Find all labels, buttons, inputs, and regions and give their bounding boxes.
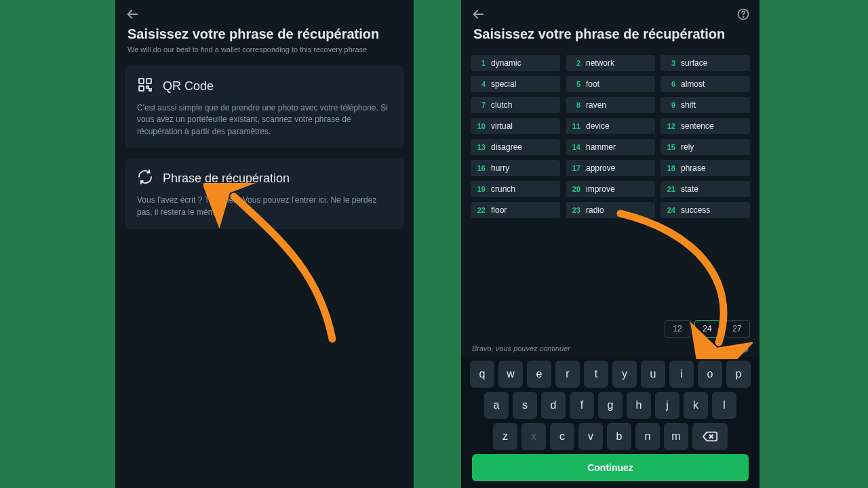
word-index: 6 xyxy=(666,80,675,88)
key-j[interactable]: j xyxy=(655,392,679,419)
key-a[interactable]: a xyxy=(484,392,509,419)
recovery-word[interactable]: 11device xyxy=(566,118,655,134)
key-w[interactable]: w xyxy=(498,361,523,388)
recovery-word[interactable]: 12sentence xyxy=(660,118,750,134)
recovery-word[interactable]: 8raven xyxy=(566,97,655,113)
key-m[interactable]: m xyxy=(664,423,688,450)
key-h[interactable]: h xyxy=(627,392,651,419)
topbar xyxy=(115,0,414,26)
word-text: sentence xyxy=(681,121,714,131)
back-arrow-icon[interactable] xyxy=(471,7,486,22)
word-index: 14 xyxy=(571,143,580,151)
card-recovery-phrase[interactable]: Phrase de récupération Vous l'avez écrit… xyxy=(125,158,404,229)
word-index: 18 xyxy=(666,164,675,172)
word-text: phrase xyxy=(681,163,706,173)
key-v[interactable]: v xyxy=(578,423,603,450)
word-text: raven xyxy=(586,100,606,110)
word-index: 12 xyxy=(666,122,675,130)
backspace-key[interactable] xyxy=(692,423,728,450)
recovery-word[interactable]: 15rely xyxy=(660,139,750,155)
recovery-word[interactable]: 10virtual xyxy=(471,118,560,134)
length-option-27[interactable]: 27 xyxy=(724,320,750,338)
key-c[interactable]: c xyxy=(550,423,574,450)
word-index: 1 xyxy=(476,59,486,67)
word-text: dynamic xyxy=(491,58,521,68)
key-p[interactable]: p xyxy=(726,361,751,388)
recovery-word[interactable]: 7clutch xyxy=(471,97,560,113)
key-r[interactable]: r xyxy=(555,361,580,388)
word-index: 17 xyxy=(571,164,580,172)
recovery-word[interactable]: 22floor xyxy=(471,202,560,218)
word-index: 2 xyxy=(571,59,580,67)
key-k[interactable]: k xyxy=(684,392,708,419)
key-u[interactable]: u xyxy=(641,361,665,388)
recovery-word[interactable]: 5foot xyxy=(566,76,655,92)
key-o[interactable]: o xyxy=(698,361,722,388)
phone-left: Saisissez votre phrase de récupération W… xyxy=(115,0,414,488)
recovery-word[interactable]: 6almost xyxy=(660,76,750,92)
page-title: Saisissez votre phrase de récupération xyxy=(473,26,747,43)
key-l[interactable]: l xyxy=(712,392,736,419)
recovery-word[interactable]: 19crunch xyxy=(471,181,560,197)
status-dot-icon xyxy=(741,344,749,352)
recovery-word[interactable]: 4special xyxy=(471,76,560,92)
word-index: 3 xyxy=(666,59,675,67)
key-x[interactable]: x xyxy=(521,423,546,450)
length-option-12[interactable]: 12 xyxy=(665,320,690,338)
word-text: radio xyxy=(586,205,604,215)
word-text: hammer xyxy=(586,142,616,152)
continue-button[interactable]: Continuez xyxy=(472,454,749,481)
key-z[interactable]: z xyxy=(493,423,517,450)
recovery-word[interactable]: 18phrase xyxy=(660,160,750,176)
card-qr-code[interactable]: QR Code C'est aussi simple que de prendr… xyxy=(125,66,404,148)
word-text: clutch xyxy=(491,100,512,110)
keyboard: qwertyuiop asdfghjkl zxcvbnm Continuez xyxy=(461,357,760,488)
word-text: almost xyxy=(681,79,705,89)
recovery-word[interactable]: 9shift xyxy=(660,97,750,113)
word-text: shift xyxy=(681,100,696,110)
back-arrow-icon[interactable] xyxy=(125,7,140,22)
refresh-key-icon xyxy=(137,169,153,188)
recovery-word[interactable]: 14hammer xyxy=(566,139,655,155)
recovery-word[interactable]: 13disagree xyxy=(471,139,560,155)
recovery-word[interactable]: 1dynamic xyxy=(471,55,560,71)
recovery-word[interactable]: 17approve xyxy=(566,160,655,176)
svg-rect-3 xyxy=(139,86,144,91)
word-text: disagree xyxy=(491,142,522,152)
key-y[interactable]: y xyxy=(612,361,637,388)
key-n[interactable]: n xyxy=(635,423,660,450)
recovery-word[interactable]: 24success xyxy=(660,202,750,218)
key-d[interactable]: d xyxy=(541,392,566,419)
key-f[interactable]: f xyxy=(570,392,594,419)
word-text: state xyxy=(681,184,698,194)
key-s[interactable]: s xyxy=(513,392,537,419)
word-index: 16 xyxy=(476,164,486,172)
key-b[interactable]: b xyxy=(607,423,631,450)
recovery-word[interactable]: 3surface xyxy=(660,55,750,71)
length-option-24[interactable]: 24 xyxy=(694,320,720,338)
word-index: 15 xyxy=(666,143,675,151)
key-i[interactable]: i xyxy=(669,361,694,388)
word-index: 22 xyxy=(476,206,486,214)
key-e[interactable]: e xyxy=(527,361,551,388)
card-qr-body: C'est aussi simple que de prendre une ph… xyxy=(137,102,392,138)
help-icon[interactable] xyxy=(736,7,750,21)
recovery-word[interactable]: 21state xyxy=(660,181,750,197)
word-text: surface xyxy=(681,58,707,68)
recovery-word[interactable]: 2network xyxy=(566,55,655,71)
recovery-word[interactable]: 23radio xyxy=(566,202,655,218)
recovery-word[interactable]: 20improve xyxy=(566,181,655,197)
card-qr-label: QR Code xyxy=(163,79,214,94)
key-t[interactable]: t xyxy=(584,361,608,388)
word-index: 21 xyxy=(666,185,675,193)
word-text: success xyxy=(681,205,710,215)
word-index: 23 xyxy=(571,206,580,214)
status-row: Bravo, vous pouvez continuer xyxy=(461,342,760,357)
svg-rect-5 xyxy=(149,89,151,91)
word-text: improve xyxy=(586,184,615,194)
key-q[interactable]: q xyxy=(470,361,494,388)
svg-rect-4 xyxy=(146,86,149,88)
key-g[interactable]: g xyxy=(598,392,623,419)
svg-point-8 xyxy=(743,17,744,18)
recovery-word[interactable]: 16hurry xyxy=(471,160,560,176)
